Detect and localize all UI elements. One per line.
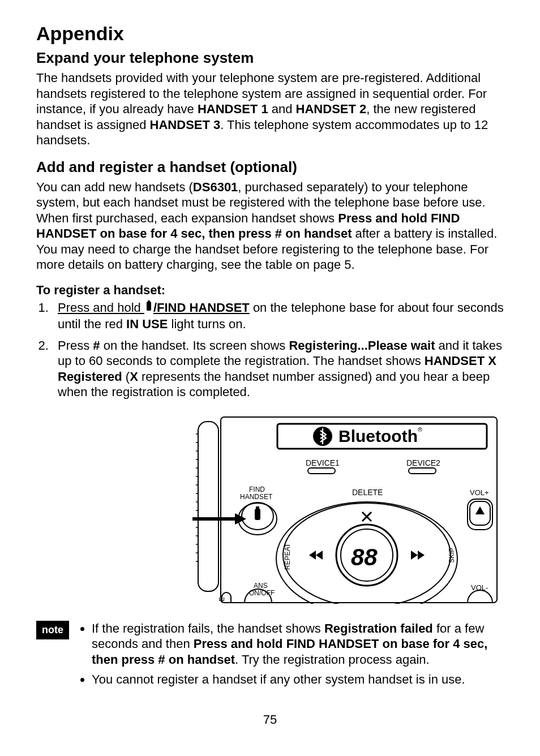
vol-plus-button[interactable] — [468, 499, 492, 530]
svg-rect-24 — [409, 468, 436, 474]
delete-label: DELETE — [352, 488, 383, 497]
svg-marker-43 — [418, 551, 425, 560]
text: light turns on. — [168, 317, 246, 331]
add-register-title: Add and register a handset (optional) — [36, 158, 504, 176]
repeat-label: REPEAT — [284, 543, 292, 570]
repeat-rewind-icon[interactable] — [309, 551, 323, 560]
step-2: Press # on the handset. Its screen shows… — [52, 338, 504, 400]
x-variable: X — [130, 370, 138, 384]
model-number: DS6301 — [193, 180, 238, 194]
note-list: If the registration fails, the handset s… — [78, 621, 504, 692]
svg-text:HANDSET: HANDSET — [240, 493, 273, 501]
ans-label: ANS — [254, 582, 268, 590]
svg-rect-2 — [198, 422, 218, 591]
add-register-paragraph: You can add new handsets (DS6301, purcha… — [36, 179, 504, 273]
handset1-label: HANDSET 1 — [198, 102, 268, 116]
base-diagram: Bluetooth ® DEVICE1 DEVICE2 FIND HANDSET… — [36, 411, 498, 604]
svg-rect-28 — [255, 509, 260, 520]
skip-label: SKIP — [448, 547, 456, 562]
svg-marker-33 — [475, 506, 485, 514]
expand-title: Expand your telephone system — [36, 49, 504, 67]
device2-label: DEVICE2 — [406, 458, 440, 467]
svg-rect-1 — [148, 300, 150, 302]
vol-plus-label: VOL+ — [470, 488, 489, 497]
step-1: Press and hold /FIND HANDSET on the tele… — [52, 300, 504, 332]
text: If the registration fails, the handset s… — [92, 621, 324, 635]
delete-x-icon[interactable] — [362, 512, 371, 521]
text: Press — [58, 338, 93, 353]
text: and — [268, 102, 296, 116]
text: . Try the registration process again. — [235, 652, 430, 667]
svg-text:®: ® — [418, 426, 422, 433]
expand-paragraph: The handsets provided with your telephon… — [36, 70, 504, 148]
handset2-label: HANDSET 2 — [296, 102, 367, 116]
svg-marker-41 — [309, 551, 316, 560]
appendix-heading: Appendix — [36, 23, 504, 45]
svg-rect-0 — [147, 302, 151, 311]
registering-message: Registering...Please wait — [289, 338, 435, 353]
handset3-label: HANDSET 3 — [150, 118, 221, 132]
text-underline: Press and hold — [58, 300, 144, 315]
document-page: Appendix Expand your telephone system Th… — [0, 0, 540, 750]
svg-rect-23 — [308, 468, 335, 474]
note-section: note If the registration fails, the hand… — [36, 621, 504, 692]
svg-marker-42 — [411, 551, 418, 560]
text: on the handset. Its screen shows — [100, 338, 289, 353]
hash-key: # — [93, 338, 100, 353]
in-use-label: IN USE — [126, 317, 168, 331]
registration-failed-msg: Registration failed — [324, 621, 433, 635]
message-counter: 88 — [351, 544, 378, 570]
note-badge: note — [36, 621, 69, 639]
register-steps: Press and hold /FIND HANDSET on the tele… — [36, 300, 504, 400]
handset-icon — [144, 300, 153, 317]
bluetooth-logo: Bluetooth — [338, 427, 418, 445]
note-item-1: If the registration fails, the handset s… — [92, 621, 504, 668]
text: ( — [122, 370, 130, 384]
telephone-base-illustration: Bluetooth ® DEVICE1 DEVICE2 FIND HANDSET… — [192, 411, 498, 604]
note-item-2: You cannot register a handset if any oth… — [92, 672, 504, 688]
svg-marker-40 — [316, 551, 323, 560]
skip-forward-icon[interactable] — [411, 551, 425, 560]
svg-marker-30 — [235, 513, 246, 525]
find-handset-label: /FIND HANDSET — [153, 300, 250, 315]
register-subhead: To register a handset: — [36, 283, 504, 298]
page-number: 75 — [36, 712, 504, 727]
find-handset-btn-label: FIND — [249, 486, 265, 493]
device1-label: DEVICE1 — [306, 458, 340, 467]
svg-rect-29 — [256, 506, 259, 509]
text: You can add new handsets ( — [36, 180, 193, 194]
